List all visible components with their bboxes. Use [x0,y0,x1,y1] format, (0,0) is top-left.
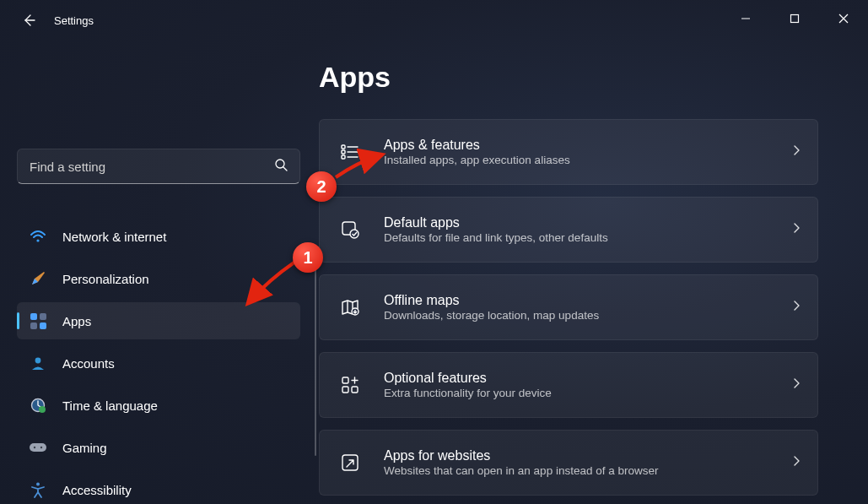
maximize-icon [790,14,800,24]
search-input[interactable] [18,160,299,174]
svg-rect-1 [791,15,799,23]
annotation-arrow-2 [332,150,385,182]
arrow-left-icon [22,14,35,27]
sidebar-item-label: Gaming [62,441,107,455]
sidebar-item-label: Personalization [62,272,149,286]
svg-point-21 [350,230,359,238]
svg-rect-23 [342,377,348,383]
chevron-right-icon [790,300,802,315]
chevron-right-icon [790,222,802,237]
card-title: Optional features [384,371,790,386]
paintbrush-icon [29,269,47,288]
annotation-marker-1: 1 [293,242,323,273]
sidebar-item-time[interactable]: Time & language [17,387,300,424]
card-title: Apps & features [384,138,790,153]
close-button[interactable] [819,0,868,37]
card-subtitle: Websites that can open in an app instead… [384,464,790,477]
sidebar-item-label: Network & internet [62,230,166,244]
default-apps-icon [338,218,362,241]
sidebar-item-label: Accessibility [62,483,132,497]
card-subtitle: Extra functionality for your device [384,387,790,399]
card-apps-for-websites[interactable]: Apps for websites Websites that can open… [319,430,818,496]
svg-line-5 [283,167,287,171]
sidebar-item-gaming[interactable]: Gaming [17,429,300,466]
card-apps-features[interactable]: Apps & features Installed apps, app exec… [319,119,818,185]
sidebar-item-label: Accounts [62,356,115,371]
window-controls [721,0,868,37]
svg-point-7 [35,358,41,364]
card-default-apps[interactable]: Default apps Defaults for file and link … [319,197,818,263]
scrollbar[interactable] [315,257,316,456]
app-title: Settings [54,14,94,27]
person-icon [29,354,47,372]
chevron-right-icon [790,144,802,160]
card-title: Default apps [384,215,790,230]
chevron-right-icon [790,455,802,470]
svg-point-4 [276,160,284,168]
card-optional-features[interactable]: Optional features Extra functionality fo… [319,352,818,418]
svg-rect-24 [342,387,348,393]
card-title: Offline maps [384,293,790,308]
sidebar-item-apps[interactable]: Apps [17,302,300,339]
annotation-bubble: 2 [306,171,337,202]
sidebar-item-accounts[interactable]: Accounts [17,344,300,382]
sidebar-item-label: Apps [62,314,91,328]
card-title: Apps for websites [384,448,790,463]
clock-globe-icon [29,396,47,415]
back-button[interactable] [19,10,39,30]
page-title: Apps [319,61,848,94]
sidebar-item-network[interactable]: Network & internet [17,218,300,255]
sidebar-item-accessibility[interactable]: Accessibility [17,471,300,504]
minimize-button[interactable] [721,0,770,37]
close-icon [838,14,849,24]
minimize-icon [741,14,751,24]
website-icon [338,451,362,474]
annotation-bubble: 1 [293,242,323,273]
svg-rect-10 [30,443,46,452]
search-box[interactable] [17,149,300,184]
card-subtitle: Defaults for file and link types, other … [384,231,790,244]
svg-point-9 [39,406,46,413]
map-icon [338,295,362,319]
wifi-icon [29,227,47,246]
content-area: Apps Apps & features Installed apps, app… [319,41,868,504]
card-subtitle: Installed apps, app execution aliases [384,154,790,166]
svg-point-6 [36,239,39,241]
svg-point-11 [34,447,35,448]
svg-point-12 [40,447,42,448]
maximize-button[interactable] [770,0,819,37]
search-icon [274,158,288,175]
annotation-marker-2: 2 [306,171,337,202]
card-subtitle: Downloads, storage location, map updates [384,309,790,322]
sidebar-item-label: Time & language [62,398,158,413]
svg-point-13 [36,483,40,486]
apps-icon [29,312,47,330]
card-offline-maps[interactable]: Offline maps Downloads, storage location… [319,274,818,340]
svg-rect-25 [352,387,358,393]
accessibility-icon [29,480,47,499]
gamepad-icon [29,438,47,457]
svg-rect-26 [342,455,358,470]
grid-plus-icon [338,373,362,397]
chevron-right-icon [790,377,802,393]
svg-rect-14 [342,145,345,149]
